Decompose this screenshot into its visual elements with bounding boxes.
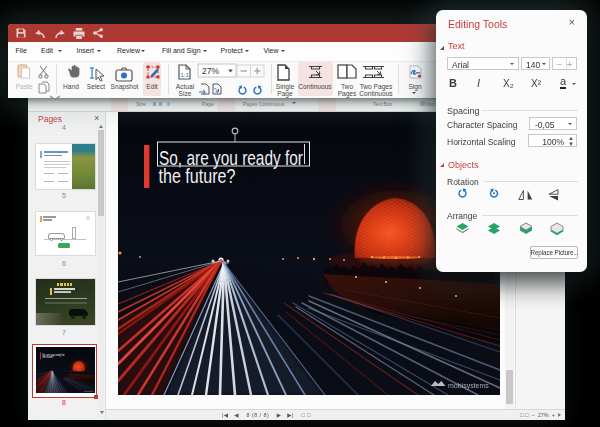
- svg-text:1:1: 1:1: [181, 72, 190, 78]
- svg-text:27%: 27%: [202, 66, 219, 76]
